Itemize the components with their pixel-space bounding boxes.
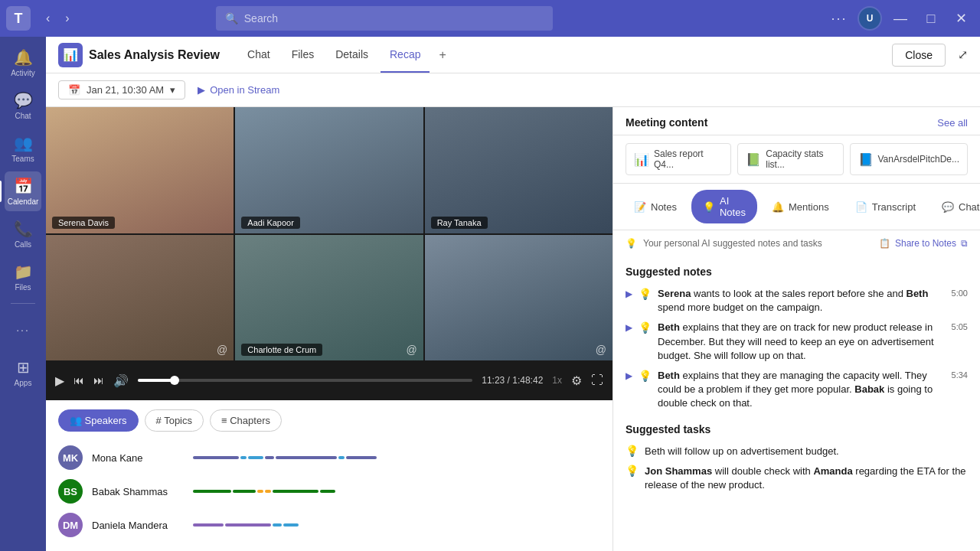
window-controls: ··· U — □ ✕ [827,6,974,31]
expand-note-1-icon[interactable]: ▶ [626,289,632,299]
settings-button[interactable]: ⚙ [571,373,582,388]
forward-button[interactable]: › [59,8,75,28]
speaker-row-babak: BS Babak Shammas [58,474,600,508]
search-input[interactable] [244,12,544,24]
minimize-button[interactable]: — [888,6,913,31]
open-stream-label: Open in Stream [210,84,279,96]
charlotte-icon: @ [406,344,416,356]
note-time-1: 5:00 [952,289,968,298]
tab-files[interactable]: Files [283,37,324,73]
sidebar-item-teams[interactable]: 👥 Teams [5,129,41,168]
fast-forward-button[interactable]: ⏭ [93,374,104,386]
rewind-button[interactable]: ⏮ [74,374,84,386]
progress-bar-fill [138,379,175,382]
close-window-button[interactable]: ✕ [949,6,974,31]
note-time-2: 5:05 [952,322,968,331]
sidebar-item-more[interactable]: ··· [5,310,41,350]
bar [225,523,271,527]
play-button[interactable]: ▶ [55,373,64,388]
sidebar-item-calendar[interactable]: 📅 Calendar [5,171,41,211]
sidebar-item-files[interactable]: 📁 Files [5,257,41,297]
video-section: Serena Davis Aadi Kapoor Ray Tanaka [46,107,612,551]
file-pitch-deck[interactable]: 📘 VanArsdelPitchDe... [850,143,969,175]
transcript-icon: 📄 [855,201,867,213]
aadi-video [235,107,423,233]
sidebar-item-apps[interactable]: ⊞ Apps [5,353,41,393]
task-text-1: Beth will follow up on advertisement bud… [645,445,839,458]
tab-ai-notes[interactable]: 💡 AI Notes [691,190,757,223]
bar [265,490,271,493]
video-cell-man1: @ [46,235,234,361]
tab-speakers[interactable]: 👥 Speakers [58,409,139,432]
tab-recap[interactable]: Recap [381,37,430,73]
expand-button[interactable]: ⤢ [958,47,968,62]
video-cell-aadi: Aadi Kapoor [235,107,423,233]
tab-transcript[interactable]: 📄 Transcript [844,190,927,223]
sidebar-item-chat[interactable]: 💬 Chat [5,86,41,126]
quality-icon[interactable]: 1x [552,375,562,386]
tab-topics[interactable]: # Topics [145,409,204,432]
sidebar-label-teams: Teams [11,155,34,163]
tab-chat-right[interactable]: 💬 Chat [930,190,980,223]
chat-icon: 💬 [14,91,33,109]
tab-mentions[interactable]: 🔔 Mentions [760,190,841,223]
maximize-button[interactable]: □ [919,6,943,31]
share-notes-button[interactable]: 📋 Share to Notes ⧉ [879,238,968,249]
tab-chapters[interactable]: ≡ Chapters [210,409,282,432]
add-tab-button[interactable]: + [433,37,452,73]
task-item-2: 💡 Jon Shammas will double check with Ama… [626,461,968,495]
fullscreen-button[interactable]: ⛶ [591,373,603,387]
progress-bar-container[interactable] [138,379,472,382]
stream-icon: ▶ [198,84,205,96]
mute-button[interactable]: 🔊 [113,373,129,388]
expand-note-2-icon[interactable]: ▶ [626,322,632,333]
sidebar-item-activity[interactable]: 🔔 Activity [5,43,41,83]
expand-note-3-icon[interactable]: ▶ [626,370,632,381]
file-sales-report[interactable]: 📊 Sales report Q4... [626,143,731,175]
note-text-1: Serena wants to look at the sales report… [658,287,942,315]
bar [273,523,282,527]
note-item-3: ▶ 💡 Beth explains that they are managing… [626,366,968,414]
tab-chat[interactable]: Chat [238,37,279,73]
sidebar-item-calls[interactable]: 📞 Calls [5,214,41,254]
calendar-small-icon: 📅 [68,84,80,96]
bar [283,523,299,527]
video-controls: ▶ ⏮ ⏭ 🔊 11:23 / 1:48:42 1x ⚙ ⛶ [46,360,612,400]
mentions-icon: 🔔 [772,201,784,213]
avatar-daniela: DM [58,513,83,537]
activity-icon: 🔔 [14,48,33,67]
back-button[interactable]: ‹ [40,8,56,28]
speaker-row-mona: MK Mona Kane [58,441,600,474]
meeting-content-header: Meeting content See all [613,107,980,135]
progress-bar-bg[interactable] [138,379,472,382]
chevron-down-icon: ▾ [170,84,175,96]
more-icon: ··· [16,324,30,336]
avatar-babak: BS [58,479,83,504]
open-stream-button[interactable]: ▶ Open in Stream [198,84,279,96]
search-bar[interactable]: 🔍 [216,6,553,31]
nav-arrows: ‹ › [40,8,76,28]
tab-notes[interactable]: 📝 Notes [622,190,688,223]
bar [193,523,224,527]
file-capacity-stats[interactable]: 📗 Capacity stats list... [737,143,843,175]
video-cell-charlotte: Charlotte de Crum @ [235,235,423,361]
more-options-button[interactable]: ··· [827,6,851,31]
tab-details[interactable]: Details [326,37,377,73]
speakers-tabs: 👥 Speakers # Topics ≡ Chapters [58,409,600,432]
word-icon: 📘 [858,152,874,167]
right-panel: Meeting content See all 📊 Sales report Q… [612,107,980,551]
note-item-1: ▶ 💡 Serena wants to look at the sales re… [626,284,968,318]
bar [273,490,318,493]
bar [233,490,256,493]
see-all-link[interactable]: See all [937,117,968,129]
bar [193,456,239,459]
speaker-bars-mona [193,456,600,459]
avatar[interactable]: U [858,6,882,31]
sidebar-label-activity: Activity [11,69,35,77]
sub-header: 📅 Jan 21, 10:30 AM ▾ ▶ Open in Stream [46,73,980,107]
close-meeting-button[interactable]: Close [892,44,946,67]
sidebar-label-calendar: Calendar [8,197,39,206]
date-selector[interactable]: 📅 Jan 21, 10:30 AM ▾ [58,80,185,99]
bar [346,456,377,459]
sidebar-label-apps: Apps [15,379,32,387]
